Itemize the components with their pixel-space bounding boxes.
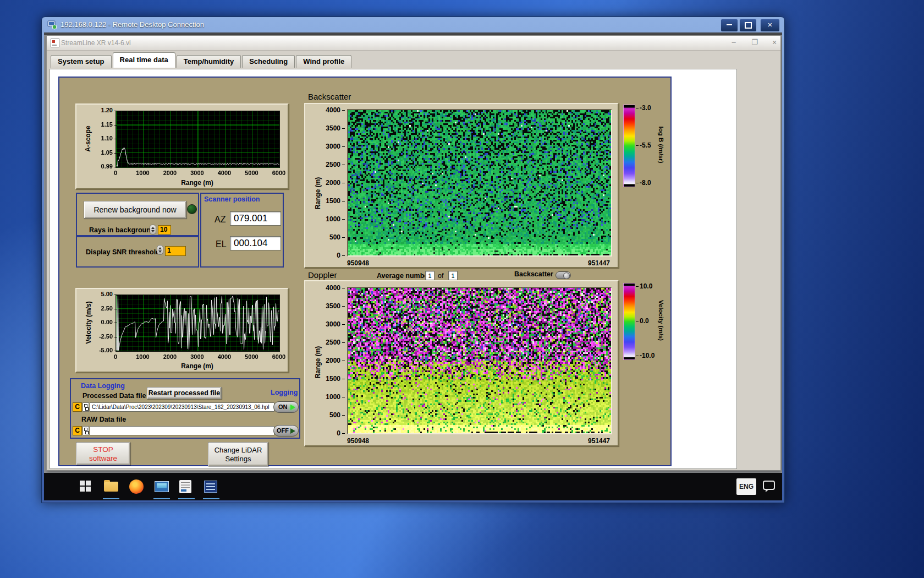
y-tick-label: 2000: [316, 357, 340, 364]
rays-in-background-value[interactable]: 10: [158, 225, 171, 235]
y-tick-label: 2.50: [89, 305, 113, 312]
y-tick-label: 2000: [316, 179, 340, 187]
rdp-maximize-button[interactable]: [739, 19, 757, 32]
remote-display-app-icon[interactable]: [155, 481, 169, 492]
backscatter-x-end-label: 951447: [566, 259, 610, 267]
x-tick-label: 4000: [212, 170, 237, 176]
backscatter-display-toggle[interactable]: [556, 271, 571, 279]
tick-mark: [342, 324, 345, 325]
velocity-x-axis-label: Range (m): [116, 362, 279, 370]
el-label: EL: [216, 239, 227, 249]
drive-letter-box[interactable]: C: [73, 402, 82, 412]
tick-mark: [114, 167, 117, 167]
browse-path-icon[interactable]: [82, 426, 89, 435]
tick-mark: [342, 255, 345, 256]
tick-mark: [114, 139, 117, 139]
backscatter-x-start-label: 950948: [347, 259, 391, 267]
raw-path-input[interactable]: [90, 426, 274, 435]
app-titlebar[interactable]: StreamLine XR v14-6.vi – ❐ ×: [47, 36, 780, 51]
tab-page-real-time-data: A-scope Range (m) 1.201.151.101.050.9901…: [50, 69, 737, 469]
app-minimize-button[interactable]: –: [728, 38, 740, 46]
tab-bar: System setupReal time dataTemp/humidityS…: [51, 53, 353, 68]
y-tick-label: -2.50: [89, 333, 113, 340]
y-tick-label: 4000: [316, 106, 340, 114]
y-tick-label: -5.00: [89, 347, 113, 353]
x-tick-label: 3000: [185, 170, 210, 176]
renew-status-led: [187, 204, 197, 214]
tab-wind-profile[interactable]: Wind profile: [296, 55, 351, 68]
app-restore-button[interactable]: ❐: [749, 38, 761, 46]
velocity-graph: Velocity (m/s) Range (m) 5.002.500.00-2.…: [75, 288, 289, 373]
tick-mark: [342, 201, 345, 201]
active-app-indicator: [203, 498, 219, 499]
scan-scheduler-app-icon[interactable]: [179, 480, 191, 493]
close-icon: ×: [768, 20, 773, 29]
doppler-heatmap: [347, 287, 612, 434]
rdp-close-button[interactable]: ×: [760, 19, 780, 32]
y-tick-label: 1.15: [89, 121, 113, 128]
tick-mark: [114, 337, 117, 337]
x-tick-label: 1000: [131, 353, 155, 360]
tick-mark: [342, 306, 345, 307]
colorbar-tick-label: -8.0: [640, 179, 662, 187]
rdp-titlebar[interactable]: 192.168.0.122 - Remote Desktop Connectio…: [42, 17, 784, 32]
x-tick-label: 2000: [158, 353, 182, 360]
renew-background-button[interactable]: Renew background now: [84, 201, 186, 219]
terminal-app-icon[interactable]: [204, 481, 217, 493]
tick-mark: [342, 361, 345, 361]
tick-mark: [342, 183, 345, 183]
average-total-value[interactable]: 1: [448, 271, 458, 280]
az-label: AZ: [215, 215, 226, 225]
display-snr-threshold-value[interactable]: 1: [165, 246, 186, 256]
tick-mark: [114, 125, 117, 126]
language-indicator[interactable]: ENG: [736, 478, 756, 495]
tick-mark: [342, 219, 345, 220]
logging-label: Logging: [271, 389, 298, 396]
rdp-minimize-button[interactable]: [721, 19, 738, 32]
firefox-icon[interactable]: [129, 479, 144, 494]
colorbar-tick-label: -3.0: [640, 104, 662, 112]
processed-logging-toggle[interactable]: ON: [273, 401, 299, 413]
y-tick-label: 3500: [316, 302, 340, 310]
start-button[interactable]: [79, 479, 93, 494]
display-snr-threshold-label: Display SNR threshold: [86, 248, 160, 256]
y-tick-label: 500: [316, 233, 340, 241]
processed-path-input[interactable]: [90, 402, 274, 412]
ascope-trace: [116, 111, 279, 167]
tab-system-setup[interactable]: System setup: [51, 55, 112, 68]
desktop: 192.168.0.122 - Remote Desktop Connectio…: [0, 0, 924, 578]
y-tick-label: 4000: [316, 284, 340, 292]
average-number-value[interactable]: 1: [425, 271, 435, 280]
tab-temp-humidity[interactable]: Temp/humidity: [177, 55, 241, 68]
y-tick-label: 3000: [316, 320, 340, 328]
background-controls-box: Renew background now Rays in background …: [76, 193, 199, 236]
x-tick-label: 1000: [131, 170, 155, 176]
drive-letter-box[interactable]: C: [73, 426, 82, 435]
tab-real-time-data[interactable]: Real time data: [113, 52, 175, 68]
tick-mark: [342, 342, 345, 343]
data-logging-title: Data Logging: [81, 382, 125, 390]
file-explorer-icon[interactable]: [104, 482, 118, 492]
raw-logging-toggle[interactable]: OFF: [273, 425, 299, 437]
y-tick-label: 1.20: [89, 107, 113, 113]
backscatter-colorbar: [623, 105, 635, 187]
snr-spinner[interactable]: [157, 245, 163, 255]
x-tick-label: 6000: [267, 353, 291, 360]
colorbar-tick-mark: [636, 286, 639, 287]
app-close-button[interactable]: ×: [768, 38, 780, 47]
rays-spinner[interactable]: [150, 225, 156, 235]
off-led-icon: [290, 428, 295, 434]
change-lidar-settings-button[interactable]: Change LiDAR Settings: [208, 442, 268, 466]
tick-mark: [342, 433, 345, 434]
y-tick-label: 5.00: [89, 291, 113, 297]
stop-software-button[interactable]: STOP software: [76, 442, 130, 465]
browse-path-icon[interactable]: [82, 402, 89, 412]
x-tick-label: 2000: [158, 170, 182, 176]
restart-processed-file-button[interactable]: Restart processed file: [147, 387, 222, 399]
spinner-down-icon: [151, 230, 155, 232]
tab-scheduling[interactable]: Scheduling: [242, 55, 295, 68]
tick-mark: [342, 110, 345, 111]
of-label: of: [438, 272, 443, 280]
chat-icon[interactable]: [763, 481, 775, 490]
y-tick-label: 1000: [316, 215, 340, 223]
